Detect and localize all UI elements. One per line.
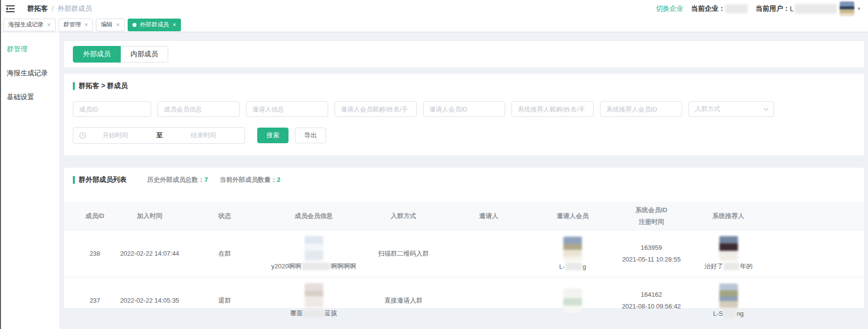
current-company: 当前企业： <box>691 4 748 13</box>
sidebar: 群管理 海报生成记录 基础设置 <box>1 32 60 329</box>
tab-external-members[interactable]: 外部成员 <box>73 46 121 63</box>
breadcrumb: 群拓客 / 外部群成员 <box>27 4 92 13</box>
sidebar-item-poster-records[interactable]: 海报生成记录 <box>1 61 60 85</box>
top-header: 群拓客 / 外部群成员 切换企业 当前企业： 当前用户： L ▼ <box>1 0 868 18</box>
close-icon[interactable]: × <box>85 22 89 28</box>
cell-status: 退群 <box>182 296 267 305</box>
current-count-label: 当前外部成员数量： <box>220 176 277 183</box>
redacted-name-part <box>302 263 330 270</box>
screen-edge-strip <box>0 0 1 329</box>
cell-member-id: 238 <box>73 250 117 257</box>
col-system-id-line2: 注册时间 <box>614 216 689 228</box>
page-tab-poster-records[interactable]: 海报生成记录 × <box>3 19 56 31</box>
member-list-card: 群外部成员列表 历史外部成员总数：7 当前外部成员数量：2 成员ID 加入时间 … <box>64 168 864 308</box>
switch-company-link[interactable]: 切换企业 <box>656 4 683 13</box>
tab-label: 编辑 <box>101 21 112 29</box>
cell-system-id: 163959 2021-05-11 10:28:55 <box>614 242 689 265</box>
join-method-placeholder: 入群方式 <box>695 105 763 113</box>
collapse-menu-icon[interactable] <box>6 4 17 13</box>
sidebar-item-group-manage[interactable]: 群管理 <box>1 37 60 61</box>
main-content: 外部成员 内部成员 群拓客 > 群成员 <box>60 32 868 329</box>
cell-member-info: 覆面蓝孩 <box>267 283 360 318</box>
current-count-value: 2 <box>277 176 280 183</box>
col-member-id: 成员ID <box>73 211 117 221</box>
current-count-stat: 当前外部成员数量：2 <box>220 175 280 184</box>
page-tab-external-members[interactable]: 外部群成员 × <box>128 19 181 31</box>
referrer-post: ng <box>736 310 743 317</box>
member-avatar <box>305 236 323 261</box>
title-accent-bar <box>73 176 75 184</box>
register-time: 2021-08-10 09:56:42 <box>614 301 689 312</box>
member-name-post: 蓝孩 <box>325 309 337 318</box>
member-id-input[interactable] <box>73 101 151 117</box>
cell-system-referrer: 治好了年的 <box>689 236 768 271</box>
inviter-info-input[interactable] <box>246 101 328 117</box>
col-inviter: 邀请人 <box>446 211 531 221</box>
list-stats: 历史外部成员总数：7 当前外部成员数量：2 <box>147 175 280 184</box>
breadcrumb-separator: / <box>52 5 54 13</box>
filter-card-title: 群拓客 > 群成员 <box>73 82 855 90</box>
close-icon[interactable]: × <box>173 22 177 28</box>
system-member-id: 163959 <box>614 242 689 254</box>
referrer-avatar <box>719 284 738 308</box>
member-type-card: 外部成员 内部成员 <box>64 41 864 67</box>
filter-inputs-row: 入群方式 <box>73 101 855 117</box>
page-tab-edit[interactable]: 编辑 × <box>96 19 125 31</box>
breadcrumb-root[interactable]: 群拓客 <box>27 4 48 13</box>
join-method-select[interactable]: 入群方式 <box>689 101 774 117</box>
current-user-prefix: L <box>790 5 794 13</box>
inviter-member-id-input[interactable] <box>423 101 505 117</box>
date-range-picker[interactable]: 开始时间 至 结束时间 <box>73 127 245 144</box>
sidebar-item-basic-settings[interactable]: 基础设置 <box>1 85 60 109</box>
export-button[interactable]: 导出 <box>295 128 326 143</box>
close-icon[interactable]: × <box>116 22 120 28</box>
referrer-name-input[interactable] <box>512 101 594 117</box>
referrer-avatar <box>719 236 738 261</box>
tab-label: 海报生成记录 <box>8 21 44 29</box>
inviter-member-pre: L- <box>559 263 565 270</box>
cell-system-id: 164162 2021-08-10 09:56:42 <box>614 289 689 312</box>
inviter-member-avatar <box>563 288 582 313</box>
cell-join-time: 2022-02-22 14:05:35 <box>117 297 182 304</box>
list-card-title: 群外部成员列表 <box>73 175 127 184</box>
redacted-user-name <box>795 4 837 14</box>
chevron-down-icon <box>763 108 769 111</box>
search-button[interactable]: 搜索 <box>257 128 289 143</box>
filter-title-text: 群拓客 > 群成员 <box>79 82 128 90</box>
redacted-name-part <box>724 263 739 270</box>
filter-actions-row: 开始时间 至 结束时间 搜索 导出 <box>73 127 855 144</box>
header-right: 切换企业 当前企业： 当前用户： L ▼ <box>656 1 861 16</box>
list-header: 群外部成员列表 历史外部成员总数：7 当前外部成员数量：2 <box>73 175 855 184</box>
cell-join-time: 2022-02-22 14:07:44 <box>117 250 182 257</box>
col-member-info: 成员会员信息 <box>267 211 360 221</box>
col-system-referrer: 系统推荐人 <box>689 211 768 221</box>
date-separator: 至 <box>145 131 174 140</box>
user-avatar[interactable] <box>840 1 854 16</box>
cell-member-info: y2020啊啊啊啊啊啊 <box>267 236 360 271</box>
inviter-member-avatar <box>563 237 582 261</box>
start-time-placeholder: 开始时间 <box>86 131 145 140</box>
current-company-label: 当前企业： <box>691 4 725 13</box>
member-name-post: 啊啊啊啊 <box>331 262 356 271</box>
table-header-row: 成员ID 加入时间 状态 成员会员信息 入群方式 邀请人 邀请人会员 系统会员I… <box>64 202 864 230</box>
current-user-label: 当前用户： <box>756 4 790 13</box>
table-row: 238 2022-02-22 14:07:44 在群 y2020啊啊啊啊啊啊 扫… <box>64 230 864 277</box>
col-system-id-line1: 系统会员ID <box>614 204 689 216</box>
tab-internal-members[interactable]: 内部成员 <box>121 46 168 63</box>
history-total-stat: 历史外部成员总数：7 <box>147 175 208 184</box>
history-total-value: 7 <box>204 176 208 183</box>
current-user[interactable]: 当前用户： L ▼ <box>756 1 861 16</box>
member-info-input[interactable] <box>157 101 240 117</box>
referrer-post: 年的 <box>740 262 753 271</box>
redacted-name-part <box>723 309 736 317</box>
redacted-name-part <box>565 263 582 270</box>
close-icon[interactable]: × <box>47 22 51 28</box>
title-accent-bar <box>73 82 75 90</box>
referrer-pre: 治好了 <box>704 262 723 271</box>
referrer-member-id-input[interactable] <box>600 101 682 117</box>
redacted-company-name <box>725 4 748 13</box>
inviter-member-name-input[interactable] <box>334 101 417 117</box>
page-tab-group-manage[interactable]: 群管理 × <box>59 19 93 31</box>
chevron-down-icon[interactable]: ▼ <box>857 6 861 11</box>
col-join-method: 入群方式 <box>360 211 446 221</box>
